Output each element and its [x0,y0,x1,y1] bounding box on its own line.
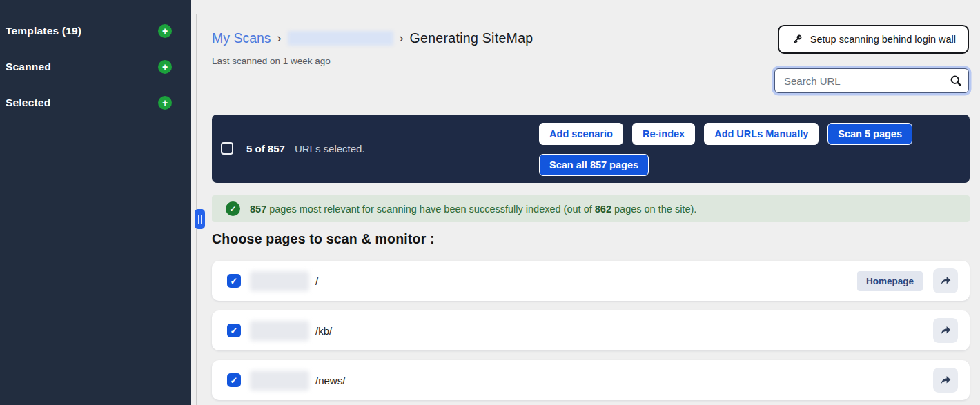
redacted-site-name[interactable] [288,31,393,46]
add-scanned-button[interactable]: + [158,60,172,74]
setup-login-wall-button[interactable]: Setup scanning behind login wall [778,25,969,54]
url-list: ✓ / Homepage ✓ /kb/ [212,261,970,405]
url-path: / [315,275,318,287]
key-icon [791,33,803,46]
row-checkbox[interactable]: ✓ [227,324,241,337]
add-scenario-button[interactable]: Add scenario [539,123,623,145]
breadcrumb: My Scans › › Generating SiteMap [212,30,533,46]
add-template-button[interactable]: + [158,24,172,38]
open-url-button[interactable] [933,368,958,393]
page-title: Choose pages to scan & monitor : [212,231,435,247]
open-url-button[interactable] [933,268,958,293]
share-arrow-icon [939,374,952,387]
banner-text: 857 pages most relevant for scanning hav… [250,204,696,215]
table-row: ✓ / Homepage [212,261,970,301]
share-arrow-icon [939,275,952,288]
indexed-count: 857 [250,204,266,215]
search-icon [949,74,963,88]
share-arrow-icon [939,324,952,337]
scan-all-count: 857 [590,159,607,170]
main-content: My Scans › › Generating SiteMap Last sca… [191,0,980,405]
index-success-banner: ✓ 857 pages most relevant for scanning h… [212,195,970,222]
sidebar-item-selected[interactable]: Selected + [6,95,172,110]
check-icon: ✓ [231,375,238,386]
sidebar-item-label: Templates (19) [6,25,81,37]
scan-all-pages-button[interactable]: Scan all 857 pages [539,154,649,176]
add-selected-button[interactable]: + [158,96,172,110]
add-urls-manually-button[interactable]: Add URLs Manually [704,123,819,145]
redacted-domain [250,271,309,291]
breadcrumb-link-my-scans[interactable]: My Scans [212,30,271,46]
redacted-domain [250,371,309,391]
sidebar-item-label: Selected [6,97,50,109]
select-all-checkbox[interactable] [221,142,233,155]
check-icon: ✓ [231,276,238,286]
selected-label: URLs selected. [295,143,365,155]
row-checkbox[interactable]: ✓ [227,274,241,288]
table-row: ✓ /kb/ [212,310,970,350]
open-url-button[interactable] [933,318,958,343]
selection-summary: 5 of 857 URLs selected. [221,142,365,155]
row-checkbox[interactable]: ✓ [227,373,241,387]
table-row: ✓ /news/ [212,360,970,400]
setup-button-label: Setup scanning behind login wall [810,34,956,45]
sidebar-item-scanned[interactable]: Scanned + [6,59,172,75]
url-path: /kb/ [315,325,332,337]
success-check-icon: ✓ [226,201,240,216]
redacted-domain [250,321,309,341]
chevron-right-icon: › [277,31,282,46]
search-input[interactable] [774,68,969,93]
sidebar-item-templates[interactable]: Templates (19) + [6,23,172,39]
plus-icon: + [162,61,168,73]
selected-count: 5 of 857 [246,143,285,155]
reindex-button[interactable]: Re-index [632,123,695,145]
total-pages-count: 862 [595,204,611,215]
plus-icon: + [162,25,168,37]
sidebar-item-label: Scanned [6,61,51,73]
panel-resize-handle[interactable] [195,209,205,229]
url-path: /news/ [315,375,345,386]
last-scanned-text: Last scanned on 1 week ago [212,56,331,66]
homepage-badge: Homepage [857,271,923,291]
sidebar: Templates (19) + Scanned + Selected + [0,0,191,405]
check-icon: ✓ [231,326,238,336]
breadcrumb-current: Generating SiteMap [410,30,533,46]
toolbar-buttons: Add scenario Re-index Add URLs Manually … [539,123,912,176]
chevron-right-icon: › [400,31,404,46]
search-box [774,68,969,93]
plus-icon: + [162,97,168,109]
app-window: Templates (19) + Scanned + Selected + My… [0,0,980,405]
scan-selected-pages-button[interactable]: Scan 5 pages [827,123,912,145]
selection-toolbar: 5 of 857 URLs selected. Add scenario Re-… [212,115,970,183]
